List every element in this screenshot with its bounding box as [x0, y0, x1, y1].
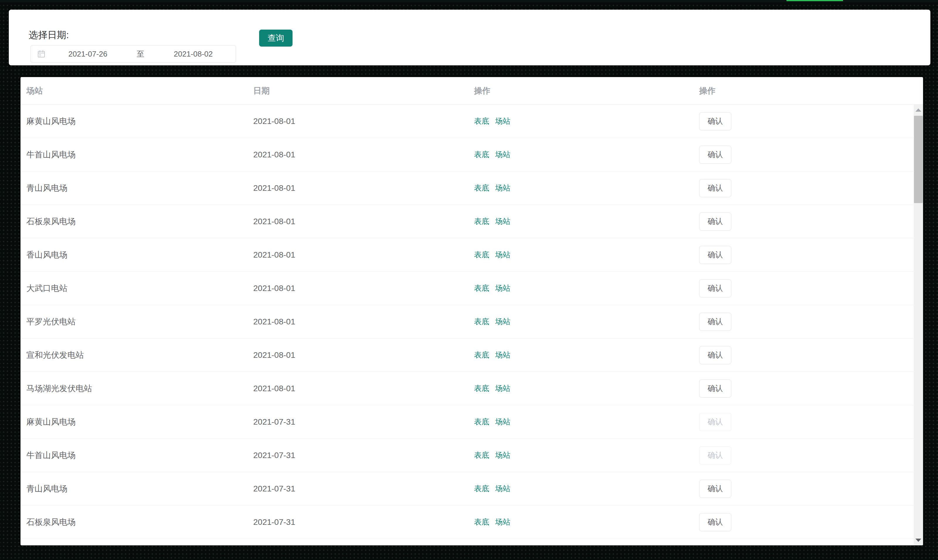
confirm-button[interactable]: 确认 — [699, 112, 732, 131]
header-station: 场站 — [26, 85, 253, 96]
date-cell: 2021-08-01 — [253, 250, 474, 260]
meter-bottom-link[interactable]: 表底 — [474, 116, 489, 126]
table-row: 青山风电场 2021-07-31 表底 场站 确认 — [20, 472, 923, 506]
date-start-value[interactable]: 2021-07-26 — [45, 49, 131, 58]
date-end-value[interactable]: 2021-08-02 — [151, 49, 236, 58]
table-row: 宣和光伏发电站 2021-08-01 表底 场站 确认 — [20, 338, 923, 372]
meter-bottom-link[interactable]: 表底 — [474, 483, 489, 494]
station-cell: 宣和光伏发电站 — [26, 349, 253, 361]
date-cell: 2021-08-01 — [253, 150, 474, 159]
header-date: 日期 — [253, 85, 474, 96]
data-table-panel: 场站 日期 操作 操作 麻黄山风电场 2021-08-01 表底 场站 确认 牛… — [20, 77, 923, 545]
confirm-button[interactable]: 确认 — [699, 313, 732, 331]
confirm-button[interactable]: 确认 — [699, 380, 732, 398]
station-link[interactable]: 场站 — [495, 317, 510, 327]
meter-bottom-link[interactable]: 表底 — [474, 417, 489, 427]
row-actions-confirm-cell: 确认 — [699, 179, 923, 197]
row-actions-confirm-cell: 确认 — [699, 313, 923, 331]
meter-bottom-link[interactable]: 表底 — [474, 149, 489, 160]
table-row: 马场湖光发伏电站 2021-08-01 表底 场站 确认 — [20, 372, 923, 405]
station-cell: 马场湖光发伏电站 — [26, 383, 253, 394]
meter-bottom-link[interactable]: 表底 — [474, 250, 489, 260]
station-cell: 石板泉风电场 — [26, 517, 253, 528]
station-link[interactable]: 场站 — [495, 116, 510, 126]
row-actions-confirm-cell: 确认 — [699, 246, 923, 264]
station-link[interactable]: 场站 — [495, 149, 510, 160]
table-header-row: 场站 日期 操作 操作 — [20, 77, 923, 105]
station-link[interactable]: 场站 — [495, 483, 510, 494]
row-actions-confirm-cell: 确认 — [699, 112, 923, 131]
query-button[interactable]: 查询 — [259, 29, 293, 46]
station-link[interactable]: 场站 — [495, 417, 510, 427]
scroll-down-button[interactable] — [914, 535, 923, 545]
date-filter-label: 选择日期: — [29, 29, 69, 41]
station-link[interactable]: 场站 — [495, 450, 510, 460]
station-link[interactable]: 场站 — [495, 283, 510, 293]
arrow-up-icon — [915, 108, 921, 112]
table-row: 麻黄山风电场 2021-08-01 表底 场站 确认 — [20, 105, 923, 138]
row-actions-links-cell: 表底 场站 — [474, 283, 699, 293]
meter-bottom-link[interactable]: 表底 — [474, 216, 489, 226]
table-row: 香山风电场 2021-08-01 表底 场站 确认 — [20, 238, 923, 272]
station-link[interactable]: 场站 — [495, 383, 510, 394]
top-progress-bar — [787, 0, 843, 1]
row-actions-confirm-cell: 确认 — [699, 513, 923, 531]
station-cell: 大武口电站 — [26, 283, 253, 294]
meter-bottom-link[interactable]: 表底 — [474, 183, 489, 193]
confirm-button[interactable]: 确认 — [699, 446, 732, 465]
date-cell: 2021-08-01 — [253, 317, 474, 326]
confirm-button[interactable]: 确认 — [699, 179, 732, 197]
row-actions-links-cell: 表底 场站 — [474, 216, 699, 226]
meter-bottom-link[interactable]: 表底 — [474, 283, 489, 293]
row-actions-confirm-cell: 确认 — [699, 480, 923, 498]
station-link[interactable]: 场站 — [495, 216, 510, 226]
table-row: 平罗光伏电站 2021-08-01 表底 场站 确认 — [20, 305, 923, 338]
confirm-button[interactable]: 确认 — [699, 346, 732, 364]
station-cell: 牛首山风电场 — [26, 450, 253, 461]
station-cell: 牛首山风电场 — [26, 149, 253, 160]
station-cell: 石板泉风电场 — [26, 216, 253, 227]
header-actions-confirm: 操作 — [699, 85, 923, 96]
table-row: 麻黄山风电场 2021-07-31 表底 场站 确认 — [20, 405, 923, 439]
date-range-picker[interactable]: 2021-07-26 至 2021-08-02 — [31, 45, 236, 63]
date-cell: 2021-08-01 — [253, 217, 474, 226]
table-row: 牛首山风电场 2021-08-01 表底 场站 确认 — [20, 138, 923, 171]
station-cell: 麻黄山风电场 — [26, 116, 253, 127]
vertical-scrollbar[interactable] — [914, 105, 923, 545]
row-actions-confirm-cell: 确认 — [699, 146, 923, 164]
station-link[interactable]: 场站 — [495, 517, 510, 527]
station-cell: 麻黄山风电场 — [26, 416, 253, 428]
meter-bottom-link[interactable]: 表底 — [474, 350, 489, 360]
confirm-button[interactable]: 确认 — [699, 480, 732, 498]
confirm-button[interactable]: 确认 — [699, 513, 732, 531]
date-cell: 2021-08-01 — [253, 183, 474, 193]
confirm-button[interactable]: 确认 — [699, 279, 732, 297]
station-link[interactable]: 场站 — [495, 350, 510, 360]
row-actions-links-cell: 表底 场站 — [474, 149, 699, 160]
table-row: 青山风电场 2021-08-01 表底 场站 确认 — [20, 171, 923, 205]
date-filter-panel: 选择日期: 2021-07-26 至 2021-08-02 查询 — [9, 10, 930, 65]
scroll-up-button[interactable] — [914, 105, 923, 115]
date-cell: 2021-07-31 — [253, 484, 474, 494]
table-row: 石板泉风电场 2021-08-01 表底 场站 确认 — [20, 205, 923, 238]
station-link[interactable]: 场站 — [495, 250, 510, 260]
date-cell: 2021-08-01 — [253, 351, 474, 360]
arrow-down-icon — [915, 538, 921, 542]
meter-bottom-link[interactable]: 表底 — [474, 383, 489, 394]
row-actions-links-cell: 表底 场站 — [474, 250, 699, 260]
meter-bottom-link[interactable]: 表底 — [474, 317, 489, 327]
meter-bottom-link[interactable]: 表底 — [474, 517, 489, 527]
station-cell: 青山风电场 — [26, 483, 253, 494]
confirm-button[interactable]: 确认 — [699, 413, 732, 431]
row-actions-confirm-cell: 确认 — [699, 446, 923, 465]
confirm-button[interactable]: 确认 — [699, 146, 732, 164]
confirm-button[interactable]: 确认 — [699, 212, 732, 231]
row-actions-links-cell: 表底 场站 — [474, 183, 699, 193]
date-cell: 2021-08-01 — [253, 284, 474, 293]
row-actions-confirm-cell: 确认 — [699, 413, 923, 431]
scrollbar-thumb[interactable] — [914, 116, 923, 203]
meter-bottom-link[interactable]: 表底 — [474, 450, 489, 460]
date-cell: 2021-08-01 — [253, 117, 474, 126]
station-link[interactable]: 场站 — [495, 183, 510, 193]
confirm-button[interactable]: 确认 — [699, 246, 732, 264]
